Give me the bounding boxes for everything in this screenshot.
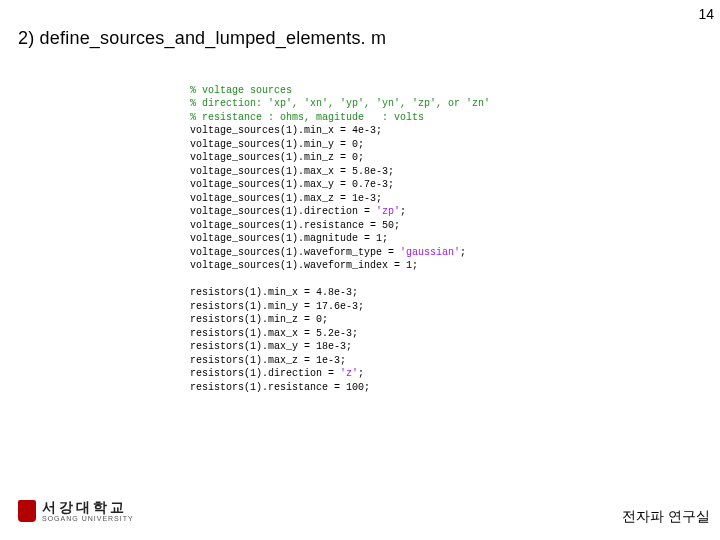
code-comment: % direction: 'xp', 'xn', 'yp', 'yn', 'zp… <box>190 98 490 109</box>
code-line: voltage_sources(1).max_x = 5.8e-3; <box>190 166 394 177</box>
code-line: resistors(1).max_y = 18e-3; <box>190 341 352 352</box>
code-line: resistors(1).max_z = 1e-3; <box>190 355 346 366</box>
university-logo: 서강대학교 SOGANG UNIVERSITY <box>18 500 134 522</box>
code-line: resistors(1).max_x = 5.2e-3; <box>190 328 358 339</box>
lab-name: 전자파 연구실 <box>622 508 710 526</box>
code-line: voltage_sources(1).max_y = 0.7e-3; <box>190 179 394 190</box>
code-block: % voltage sources % direction: 'xp', 'xn… <box>190 70 490 394</box>
code-line: voltage_sources(1).direction = 'zp'; <box>190 206 406 217</box>
code-line: voltage_sources(1).resistance = 50; <box>190 220 400 231</box>
page-title: 2) define_sources_and_lumped_elements. m <box>18 28 386 49</box>
code-line: resistors(1).direction = 'z'; <box>190 368 364 379</box>
code-line: voltage_sources(1).min_z = 0; <box>190 152 364 163</box>
university-name-en: SOGANG UNIVERSITY <box>42 515 134 522</box>
code-comment: % resistance : ohms, magitude : volts <box>190 112 424 123</box>
code-line: resistors(1).min_x = 4.8e-3; <box>190 287 358 298</box>
university-name-kr: 서강대학교 <box>42 500 134 515</box>
code-line: resistors(1).resistance = 100; <box>190 382 370 393</box>
code-line: voltage_sources(1).min_x = 4e-3; <box>190 125 382 136</box>
code-comment: % voltage sources <box>190 85 292 96</box>
crest-icon <box>18 500 36 522</box>
code-line: voltage_sources(1).magnitude = 1; <box>190 233 388 244</box>
code-line: resistors(1).min_y = 17.6e-3; <box>190 301 364 312</box>
code-line: voltage_sources(1).min_y = 0; <box>190 139 364 150</box>
code-line: voltage_sources(1).waveform_index = 1; <box>190 260 418 271</box>
university-text: 서강대학교 SOGANG UNIVERSITY <box>42 500 134 522</box>
page-number: 14 <box>698 6 714 22</box>
code-line: voltage_sources(1).waveform_type = 'gaus… <box>190 247 466 258</box>
code-line: resistors(1).min_z = 0; <box>190 314 328 325</box>
code-line: voltage_sources(1).max_z = 1e-3; <box>190 193 382 204</box>
